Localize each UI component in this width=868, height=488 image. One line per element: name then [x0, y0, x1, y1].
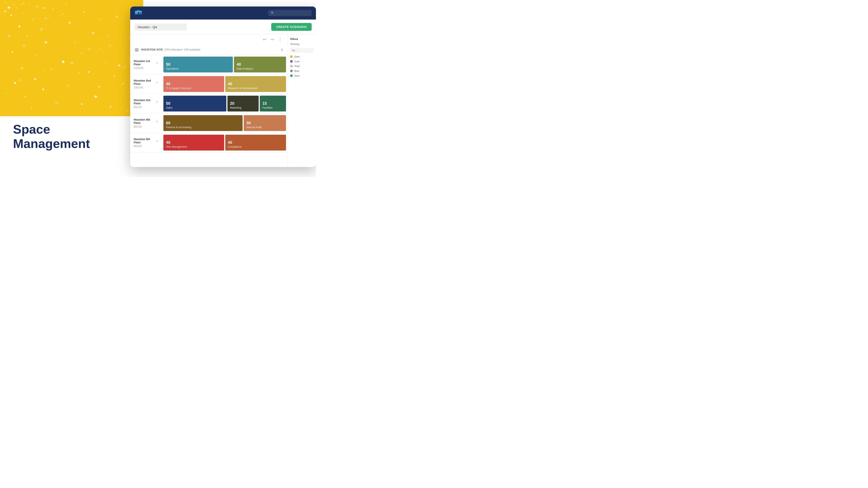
dept-block[interactable]: 50Operations [163, 57, 233, 72]
floor-row: Houston 5th Floor∧80/10040Risk Managemen… [130, 133, 288, 153]
floor-expand-icon[interactable]: ∧ [156, 120, 158, 123]
floor-name: Houston 4th Floor [134, 118, 155, 125]
floor-row: Houston 4th Floor∧90/12060Finance & Acco… [130, 113, 288, 133]
dept-name: Finance & Accounting [166, 126, 240, 129]
legend-label: Prod [294, 65, 300, 67]
dept-name: Compliance [228, 145, 283, 148]
dept-number: 60 [166, 121, 240, 125]
legend-item: Exec [290, 55, 314, 58]
dept-block[interactable]: 40IT & Support Services [163, 76, 224, 92]
search-icon: 🔍 [271, 11, 275, 15]
more-options-button[interactable]: ⋮ [277, 36, 283, 43]
app-window: 🔍 CREATE SCENARIO ↩ ↪ ⋮ 🏢 HOUSTON SITE (… [130, 6, 316, 167]
legend-dot [290, 74, 293, 77]
dept-block[interactable]: 50Sales [163, 96, 226, 111]
dept-block[interactable]: 40Compliance [225, 135, 286, 151]
site-name: HOUSTON SITE [141, 48, 163, 51]
legend-label: Hum [294, 74, 300, 77]
redo-button[interactable]: ↪ [269, 36, 275, 43]
site-badge: (75% Allocated • 155 Available) [164, 48, 200, 51]
legend-item: Cust [290, 60, 314, 63]
logo-icon [134, 9, 142, 17]
floor-name: Houston 2nd Floor [134, 79, 155, 86]
scenario-name-input[interactable] [134, 24, 187, 31]
header-search[interactable]: 🔍 [268, 10, 312, 16]
floor-label: Houston 2nd Floor∧100/140 [130, 74, 162, 94]
stars-container: ✦✧✨✦✦✧✦✧✨✦✦✧✦✧✨✦✦✧✦✧✨✦✦✧✦✧✨✦✦✧✦✧✨✦✦✧✦✧✨✦… [0, 0, 143, 113]
floor-blocks: 40IT & Support Services40Research & Deve… [162, 74, 288, 94]
legend-item: Busi [290, 70, 314, 72]
floor-count: 90/120 [134, 125, 158, 128]
undo-button[interactable]: ↩ [262, 36, 268, 43]
dept-number: 40 [228, 140, 283, 144]
dept-name: Risk Management [166, 145, 222, 148]
dept-name: Internal Audit [246, 126, 283, 129]
dept-block[interactable]: 20Marketing [227, 96, 259, 111]
dept-name: Research & Development [228, 87, 283, 90]
legend-dot [290, 65, 293, 67]
dept-block[interactable]: 15Facilities [260, 96, 286, 111]
dept-name: Marketing [230, 106, 256, 109]
floor-blocks: 60Finance & Accounting30Internal Audit [162, 113, 288, 133]
legend-container: ExecCustProdBusiHum [290, 55, 314, 77]
floor-count: 110/140 [134, 67, 158, 70]
legend-label: Exec [294, 55, 300, 58]
floor-blocks: 50Operations40Data Analytics [162, 55, 288, 74]
floor-count: 80/100 [134, 145, 158, 148]
dept-block[interactable]: 40Research & Development [225, 76, 286, 92]
dept-number: 40 [228, 82, 283, 86]
dept-name: Sales [166, 106, 224, 109]
floors-container: Houston 1st Floor∧110/14050Operations40D… [130, 55, 288, 153]
floor-row: Houston 3rd Floor∧85/12050Sales20Marketi… [130, 94, 288, 113]
action-bar: ↩ ↪ ⋮ [130, 34, 288, 44]
dept-name: Facilities [262, 106, 283, 109]
app-header: 🔍 [130, 6, 316, 20]
dept-number: 15 [262, 101, 283, 105]
floor-expand-icon[interactable]: ∧ [156, 100, 158, 103]
floor-row: Houston 2nd Floor∧100/14040IT & Support … [130, 74, 288, 94]
dept-name: Operations [166, 67, 230, 70]
dept-number: 50 [166, 62, 230, 66]
dept-number: 30 [246, 121, 283, 125]
dept-block[interactable]: 40Risk Management [163, 135, 224, 151]
building-icon: 🏢 [134, 47, 139, 52]
floor-panel: ↩ ↪ ⋮ 🏢 HOUSTON SITE (75% Allocated • 15… [130, 34, 288, 167]
floor-blocks: 50Sales20Marketing15Facilities [162, 94, 288, 113]
legend-item: Prod [290, 65, 314, 67]
legend-item: Hum [290, 74, 314, 77]
site-header: 🏢 HOUSTON SITE (75% Allocated • 155 Avai… [130, 44, 288, 55]
floor-name: Houston 5th Floor [134, 137, 155, 144]
floor-blocks: 40Risk Management40Compliance [162, 133, 288, 152]
floor-label: Houston 5th Floor∧80/100 [130, 133, 162, 152]
allocations-title: Alloca [290, 37, 314, 40]
main-content: ↩ ↪ ⋮ 🏢 HOUSTON SITE (75% Allocated • 15… [130, 34, 316, 167]
dept-name: IT & Support Services [166, 87, 222, 90]
floor-label: Houston 4th Floor∧90/120 [130, 113, 162, 133]
dept-block[interactable]: 30Internal Audit [244, 115, 286, 131]
sidebar-search-input[interactable] [290, 48, 314, 53]
floor-count: 85/120 [134, 106, 158, 109]
floor-row: Houston 1st Floor∧110/14050Operations40D… [130, 55, 288, 74]
floor-expand-icon[interactable]: ∧ [156, 81, 158, 84]
floor-expand-icon[interactable]: ∧ [156, 61, 158, 64]
legend-dot [290, 60, 293, 63]
floor-expand-icon[interactable]: ∧ [156, 139, 158, 142]
title-line2: Management [13, 136, 90, 151]
title-line1: Space [13, 122, 50, 136]
floor-name: Houston 1st Floor [134, 59, 155, 66]
legend-dot [290, 70, 293, 72]
site-chevron-icon[interactable]: ∧ [281, 47, 283, 52]
legend-label: Cust [294, 60, 300, 63]
dept-number: 40 [237, 62, 283, 66]
floor-count: 100/140 [134, 86, 158, 89]
dept-block[interactable]: 40Data Analytics [234, 57, 286, 72]
dept-block[interactable]: 60Finance & Accounting [163, 115, 243, 131]
dept-number: 40 [166, 82, 222, 86]
create-scenario-button[interactable]: CREATE SCENARIO [271, 23, 312, 31]
dept-number: 50 [166, 101, 224, 105]
dept-name: Data Analytics [237, 67, 283, 70]
space-management-heading: Space Management [13, 122, 90, 151]
dept-number: 20 [230, 101, 256, 105]
legend-label: Busi [294, 70, 299, 72]
showing-label: Showing [290, 43, 314, 45]
